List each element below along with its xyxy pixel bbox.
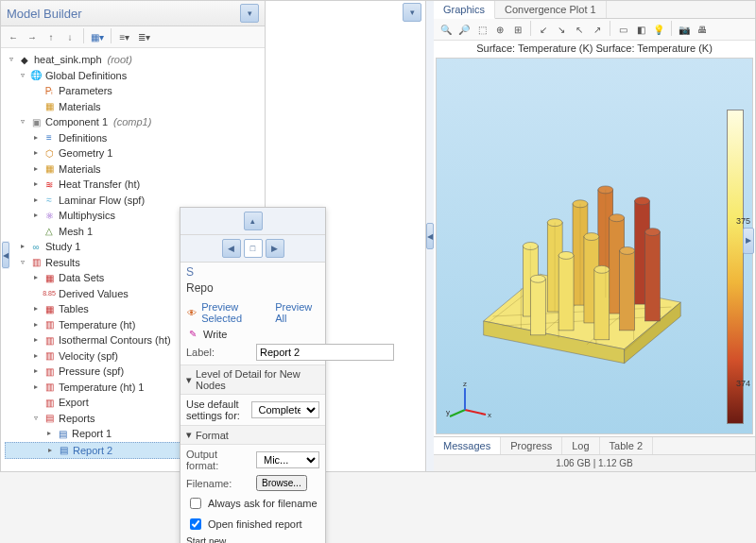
show-more-button[interactable]: ▦▾ bbox=[89, 28, 106, 45]
print-button[interactable]: 🖶 bbox=[694, 21, 711, 38]
tree-parameters[interactable]: PᵢParameters bbox=[5, 83, 263, 99]
tree-geometry[interactable]: ▸⬡Geometry 1 bbox=[5, 145, 263, 161]
zoom-in-button[interactable]: 🔍 bbox=[438, 21, 455, 38]
tree-component[interactable]: ▿▣Component 1(comp1) bbox=[5, 114, 263, 130]
expander-icon[interactable]: ▸ bbox=[31, 305, 40, 314]
svg-point-28 bbox=[635, 197, 650, 205]
plot-icon: ▥ bbox=[43, 381, 56, 393]
browse-button[interactable]: Browse... bbox=[256, 475, 307, 491]
zoom-out-button[interactable]: 🔎 bbox=[455, 21, 472, 38]
preview-all-link[interactable]: Preview All bbox=[275, 301, 319, 324]
tree-definitions[interactable]: ▸≡Definitions bbox=[5, 130, 263, 146]
expander-icon[interactable]: ▿ bbox=[31, 414, 40, 422]
separator bbox=[83, 28, 84, 43]
axes-triad-icon: x y z bbox=[446, 377, 493, 424]
report-icon: ▤ bbox=[57, 444, 70, 456]
tab-log[interactable]: Log bbox=[562, 437, 599, 454]
zoom-selected-button[interactable]: ⊞ bbox=[509, 21, 526, 38]
3d-viewport[interactable]: x y z bbox=[437, 59, 718, 433]
tab-convergence[interactable]: Convergence Plot 1 bbox=[495, 1, 607, 18]
left-dock-handle[interactable]: ◀ bbox=[2, 241, 9, 269]
always-ask-checkbox[interactable] bbox=[190, 498, 201, 509]
dock-up-button[interactable]: ▴ bbox=[244, 212, 263, 230]
colorbar-max: 375 bbox=[736, 216, 750, 226]
expander-icon[interactable]: ▸ bbox=[31, 180, 40, 189]
tree-materials[interactable]: ▦Materials bbox=[5, 99, 263, 115]
tab-graphics[interactable]: Graphics bbox=[434, 1, 495, 19]
expander-icon[interactable]: ▸ bbox=[31, 351, 40, 360]
output-format-label: Output format: bbox=[186, 449, 252, 471]
svg-point-36 bbox=[530, 275, 545, 282]
expander-icon[interactable]: ▸ bbox=[31, 274, 40, 282]
file-icon: ◆ bbox=[18, 54, 31, 66]
open-finished-checkbox[interactable] bbox=[190, 518, 201, 530]
status-bar: 1.06 GB | 1.12 GB bbox=[434, 454, 755, 471]
section-level-detail[interactable]: ▾Level of Detail for New Nodes bbox=[180, 365, 325, 395]
view-yz-button[interactable]: ↘ bbox=[553, 21, 570, 38]
expander-icon[interactable]: ▸ bbox=[31, 367, 40, 376]
tree-global-definitions[interactable]: ▿🌐Global Definitions bbox=[5, 68, 263, 84]
preview-selected-link[interactable]: Preview Selected bbox=[201, 301, 271, 324]
nav-down-button[interactable]: ↓ bbox=[61, 28, 78, 45]
expander-icon[interactable]: ▿ bbox=[18, 71, 26, 79]
tree-root[interactable]: ▿◆heat_sink.mph(root) bbox=[5, 52, 263, 68]
svg-rect-31 bbox=[620, 250, 635, 330]
expander-icon[interactable]: ▸ bbox=[44, 430, 53, 438]
svg-text:y: y bbox=[446, 408, 450, 416]
panel-resize-handle[interactable]: ◀ bbox=[426, 1, 434, 471]
expander-icon[interactable]: ▸ bbox=[18, 243, 26, 251]
expander-icon[interactable]: ▸ bbox=[31, 320, 40, 329]
expander-icon[interactable]: ▿ bbox=[18, 118, 26, 127]
tree-heat-transfer[interactable]: ▸≋Heat Transfer (ht) bbox=[5, 177, 263, 193]
collapse-panel-button[interactable]: ▾ bbox=[240, 4, 259, 23]
expander-icon[interactable]: ▸ bbox=[45, 446, 54, 454]
collapse-center-button[interactable]: ▾ bbox=[403, 3, 421, 22]
svg-text:x: x bbox=[488, 411, 491, 419]
snapshot-button[interactable]: 📷 bbox=[676, 21, 693, 38]
tab-progress[interactable]: Progress bbox=[501, 437, 562, 454]
expander-icon[interactable]: ▸ bbox=[31, 164, 40, 173]
dock-left-button[interactable]: ◀ bbox=[222, 239, 241, 258]
write-button[interactable]: Write bbox=[203, 329, 227, 340]
view-default-button[interactable]: ↗ bbox=[589, 21, 606, 38]
nav-back-button[interactable]: ← bbox=[5, 28, 22, 45]
expander-icon[interactable]: ▸ bbox=[31, 195, 40, 204]
transparency-button[interactable]: ◧ bbox=[632, 21, 649, 38]
expander-icon[interactable]: ▸ bbox=[31, 149, 40, 158]
tree-laminar-flow[interactable]: ▸≈Laminar Flow (spf) bbox=[5, 193, 263, 209]
tab-table2[interactable]: Table 2 bbox=[600, 437, 653, 454]
svg-point-32 bbox=[620, 246, 635, 254]
expander-icon[interactable]: ▸ bbox=[31, 382, 40, 391]
geometry-icon: ⬡ bbox=[43, 147, 56, 160]
zoom-box-button[interactable]: ⬚ bbox=[473, 21, 490, 38]
expander-icon[interactable]: ▿ bbox=[7, 56, 15, 64]
chevron-down-icon: ▾ bbox=[186, 429, 192, 441]
output-format-select[interactable]: Mic... bbox=[256, 451, 319, 468]
select-button[interactable]: ▭ bbox=[614, 21, 631, 38]
tree-materials-2[interactable]: ▸▦Materials bbox=[5, 161, 263, 178]
nav-up-button[interactable]: ↑ bbox=[43, 28, 60, 45]
tab-messages[interactable]: Messages bbox=[434, 437, 501, 455]
zoom-extents-button[interactable]: ⊕ bbox=[491, 21, 508, 38]
report-settings-panel: ▴ ◀ □ ▶ S Repo 👁Preview Selected Preview… bbox=[180, 207, 326, 543]
nav-fwd-button[interactable]: → bbox=[24, 28, 41, 45]
expander-icon[interactable]: ▸ bbox=[31, 336, 40, 345]
collapse-all-button[interactable]: ≣▾ bbox=[135, 28, 152, 45]
chevron-right-icon[interactable]: ▶ bbox=[743, 228, 754, 254]
view-xz-button[interactable]: ↖ bbox=[571, 21, 588, 38]
dock-right-button[interactable]: ▶ bbox=[266, 239, 284, 258]
lighting-button[interactable]: 💡 bbox=[650, 21, 667, 38]
datasets-icon: ▦ bbox=[43, 272, 56, 284]
write-icon: ✎ bbox=[186, 328, 199, 340]
expander-icon[interactable]: ▸ bbox=[31, 212, 40, 220]
section-format[interactable]: ▾Format bbox=[180, 425, 325, 445]
expander-icon[interactable]: ▸ bbox=[31, 133, 40, 142]
view-xy-button[interactable]: ↙ bbox=[535, 21, 552, 38]
separator bbox=[610, 21, 610, 36]
report-label-input[interactable] bbox=[256, 344, 394, 361]
level-detail-select[interactable]: Complete bbox=[251, 401, 320, 418]
expander-icon[interactable]: ▿ bbox=[18, 258, 26, 266]
expand-button[interactable]: ≡▾ bbox=[116, 28, 133, 45]
dock-center-button[interactable]: □ bbox=[244, 239, 263, 258]
plot-icon: ▥ bbox=[43, 318, 56, 331]
